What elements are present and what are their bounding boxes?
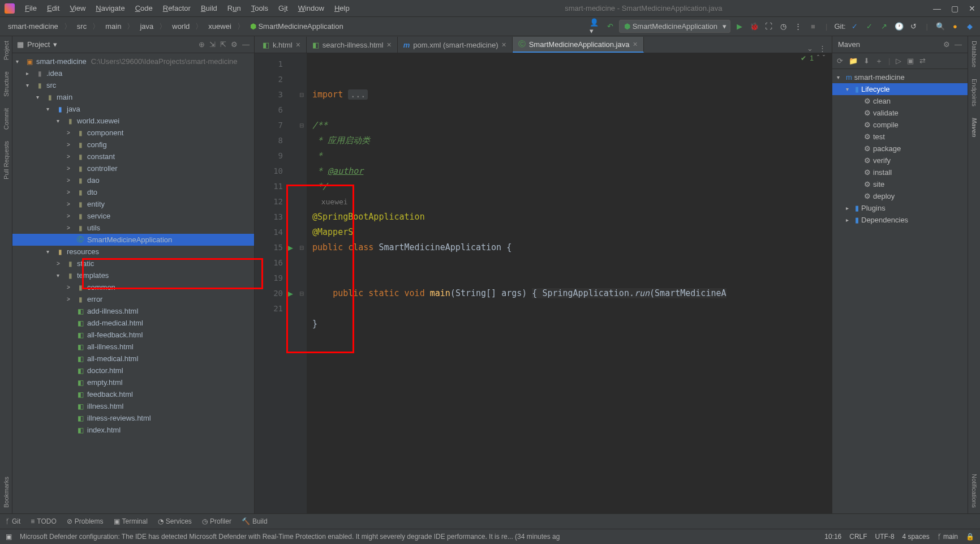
menu-edit[interactable]: Edit (42, 2, 64, 14)
ide-updates-icon[interactable]: ● (949, 21, 961, 32)
close-button[interactable]: ✕ (969, 4, 975, 13)
tabs-more-icon[interactable]: ⋮ (819, 44, 826, 53)
tree-file-class[interactable]: ⒸSmartMedicineApplication (12, 234, 254, 246)
tab-notifications[interactable]: Notifications (971, 474, 978, 508)
menu-tools[interactable]: Tools (247, 2, 273, 14)
tool-terminal[interactable]: ▣Terminal (114, 517, 148, 525)
maven-tree-item[interactable]: ⚙ package (832, 143, 968, 155)
close-tab-icon[interactable]: × (387, 40, 392, 49)
breadcrumb-item[interactable]: src (74, 21, 90, 32)
back-icon[interactable]: ↶ (604, 21, 616, 32)
project-panel-title[interactable]: Project (27, 40, 50, 49)
maven-add-icon[interactable]: ＋ (875, 56, 883, 66)
git-history-icon[interactable]: 🕐 (893, 21, 905, 32)
menu-build[interactable]: Build (196, 2, 222, 14)
coverage-button[interactable]: ⛶ (763, 21, 775, 32)
run-config-select[interactable]: ⬢ SmartMedicineApplication▾ (619, 20, 730, 33)
menu-navigate[interactable]: Navigate (91, 2, 129, 14)
stop-button[interactable]: ■ (807, 21, 819, 32)
maven-tree-item[interactable]: ⚙ verify (832, 155, 968, 166)
maven-tree-item[interactable]: ▸▮ Plugins (832, 202, 968, 214)
tool-profiler[interactable]: ◷Profiler (202, 517, 231, 525)
tab-bookmarks[interactable]: Bookmarks (3, 477, 10, 508)
tool-todo[interactable]: ≡TODO (31, 517, 56, 525)
tree-folder[interactable]: >▮utils (12, 222, 254, 234)
search-everywhere-icon[interactable]: 🔍 (935, 21, 946, 32)
maven-exec-icon[interactable]: ▣ (907, 57, 914, 65)
maven-tree-item[interactable]: ⚙ deploy (832, 190, 968, 202)
minimize-button[interactable]: — (933, 4, 941, 13)
editor-tab[interactable]: ⒸSmartMedicineApplication.java× (513, 37, 644, 53)
tab-endpoints[interactable]: Endpoints (971, 79, 978, 106)
git-rollback-icon[interactable]: ↺ (908, 21, 919, 32)
fold-gutter[interactable]: ⊟ ⊟ ⊟ ⊟ (296, 53, 307, 513)
maven-tree-item[interactable]: ▾▮ Lifecycle (832, 83, 968, 95)
close-tab-icon[interactable]: × (296, 40, 300, 49)
maven-tree-item[interactable]: ⚙ validate (832, 107, 968, 119)
maven-tree-item[interactable]: ⚙ test (832, 131, 968, 143)
tree-folder[interactable]: >▮common (12, 281, 254, 293)
close-tab-icon[interactable]: × (502, 40, 506, 49)
maven-refresh-icon[interactable]: ⟳ (837, 57, 843, 65)
tree-folder[interactable]: >▮service (12, 210, 254, 222)
breadcrumb-item[interactable]: smart-medicine (5, 21, 62, 32)
run-gutter[interactable]: ▶ ▶ (287, 53, 296, 513)
maximize-button[interactable]: ▢ (951, 4, 958, 13)
tree-file-html[interactable]: ◧feedback.html (12, 388, 254, 400)
status-icon[interactable]: ▣ (6, 533, 12, 541)
run-button[interactable]: ▶ (734, 21, 745, 32)
inspection-status[interactable]: ✔1 ˆˇ (801, 54, 825, 62)
tree-folder[interactable]: >▮entity (12, 198, 254, 210)
indent-settings[interactable]: 4 spaces (902, 533, 930, 541)
tree-file-html[interactable]: ◧illness.html (12, 400, 254, 412)
editor-tab[interactable]: mpom.xml (smart-medicine)× (398, 37, 513, 53)
menu-window[interactable]: Window (294, 2, 329, 14)
user-icon[interactable]: 👤▾ (590, 21, 601, 32)
tree-folder[interactable]: ▾▮resources (12, 246, 254, 258)
code-editor[interactable]: import ... /** * 应用启动类 * * @author */ xu… (307, 53, 832, 513)
tree-file-html[interactable]: ◧add-illness.html (12, 305, 254, 317)
tree-folder[interactable]: >▮config (12, 139, 254, 151)
tree-file-html[interactable]: ◧empty.html (12, 376, 254, 388)
maven-toggle-icon[interactable]: ⇄ (919, 57, 926, 65)
tree-folder[interactable]: >▮component (12, 127, 254, 139)
tree-file-html[interactable]: ◧doctor.html (12, 365, 254, 376)
line-separator[interactable]: CRLF (849, 533, 867, 541)
tool-git[interactable]: ᚶGit (6, 517, 20, 525)
maven-tree-item[interactable]: ⚙ install (832, 166, 968, 178)
maven-tree-item[interactable]: ⚙ site (832, 178, 968, 190)
tree-file-html[interactable]: ◧add-medical.html (12, 317, 254, 329)
tree-folder[interactable]: >▮controller (12, 162, 254, 174)
maven-settings-icon[interactable]: ⚙ (943, 40, 950, 49)
project-view-dropdown[interactable]: ▾ (53, 40, 57, 49)
debug-button[interactable]: 🐞 (749, 21, 760, 32)
collapse-all-icon[interactable]: ⇱ (220, 40, 226, 49)
tree-folder[interactable]: >▮dto (12, 186, 254, 198)
git-push-icon[interactable]: ↗ (879, 21, 890, 32)
breadcrumb-item[interactable]: ⬢ SmartMedicineApplication (247, 21, 347, 32)
editor-tab[interactable]: ◧k.html× (257, 37, 307, 53)
profile-button[interactable]: ◷ (778, 21, 789, 32)
menu-refactor[interactable]: Refactor (158, 2, 195, 14)
breadcrumb-item[interactable]: main (102, 21, 124, 32)
tabs-dropdown-icon[interactable]: ⌄ (807, 44, 813, 53)
maven-tree-item[interactable]: ⚙ compile (832, 119, 968, 131)
tab-maven[interactable]: Maven (971, 118, 978, 137)
lock-icon[interactable]: 🔒 (966, 533, 974, 541)
caret-position[interactable]: 10:16 (824, 533, 841, 541)
maven-download-icon[interactable]: ⬇ (863, 57, 870, 65)
git-update-icon[interactable]: ✓ (849, 21, 861, 32)
tab-structure[interactable]: Structure (3, 71, 10, 97)
tree-folder[interactable]: ▾▮java (12, 103, 254, 115)
tree-folder[interactable]: ▾▮main (12, 91, 254, 103)
tree-file-html[interactable]: ◧all-illness.html (12, 341, 254, 353)
tree-file-html[interactable]: ◧all-feedback.html (12, 329, 254, 341)
settings-icon[interactable]: ⚙ (231, 40, 238, 49)
tree-root[interactable]: ▾ ▣ smart-medicine C:\Users\29600\IdeaPr… (12, 55, 254, 67)
tab-commit[interactable]: Commit (3, 108, 10, 130)
breadcrumb-item[interactable]: java (136, 21, 157, 32)
file-encoding[interactable]: UTF-8 (875, 533, 895, 541)
hide-panel-icon[interactable]: — (242, 40, 250, 49)
tree-folder[interactable]: >▮constant (12, 151, 254, 162)
close-tab-icon[interactable]: × (633, 40, 637, 49)
